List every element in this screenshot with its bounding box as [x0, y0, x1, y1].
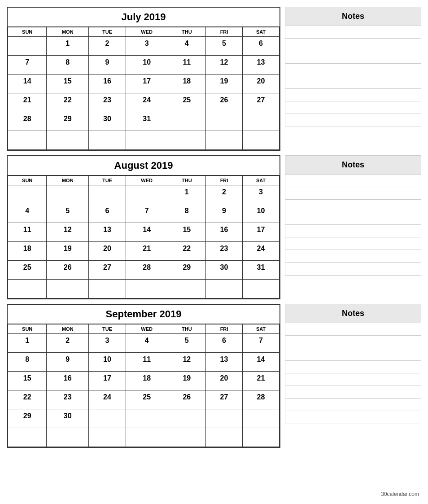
day-cell-2-0-1: 2: [47, 334, 89, 353]
day-cell-1-2-1: 12: [47, 223, 89, 242]
day-cell-2-0-0: 1: [8, 334, 47, 353]
footer: 30calendar.com: [7, 489, 421, 497]
notes-line-2-4[interactable]: [285, 373, 421, 386]
day-cell-1-5-0: [8, 280, 47, 298]
day-header-FRI: FRI: [206, 27, 243, 37]
day-cell-1-3-1: 19: [47, 242, 89, 261]
day-cell-1-4-6: 31: [242, 261, 279, 280]
day-cell-1-2-6: 17: [242, 223, 279, 242]
day-cell-1-1-5: 9: [206, 204, 243, 223]
notes-line-2-1[interactable]: [285, 336, 421, 348]
day-cell-0-1-6: 13: [242, 56, 279, 75]
day-cell-0-0-1: 1: [47, 37, 89, 56]
day-header-TUE: TUE: [89, 176, 126, 185]
day-cell-1-4-4: 29: [168, 261, 205, 280]
day-cell-1-4-0: 25: [8, 261, 47, 280]
notes-line-1-6[interactable]: [285, 250, 421, 263]
day-cell-0-1-1: 8: [47, 56, 89, 75]
week-row-2-2: 15161718192021: [8, 372, 280, 390]
notes-line-0-6[interactable]: [285, 101, 421, 114]
notes-line-2-7[interactable]: [285, 411, 421, 424]
day-cell-0-2-0: 14: [8, 75, 47, 93]
notes-line-1-0[interactable]: [285, 175, 421, 187]
day-cell-2-3-6: 28: [242, 390, 279, 409]
day-cell-0-2-3: 17: [126, 75, 168, 93]
notes-line-2-3[interactable]: [285, 361, 421, 373]
week-row-2-0: 1234567: [8, 334, 280, 353]
notes-line-0-1[interactable]: [285, 39, 421, 51]
day-cell-0-5-2: [89, 131, 126, 150]
notes-line-2-5[interactable]: [285, 386, 421, 399]
notes-line-2-2[interactable]: [285, 348, 421, 361]
day-cell-1-1-3: 7: [126, 204, 168, 223]
notes-line-1-5[interactable]: [285, 237, 421, 250]
day-cell-2-4-3: [126, 409, 168, 428]
day-cell-0-2-4: 18: [168, 75, 205, 93]
week-row-2-3: 22232425262728: [8, 390, 280, 409]
day-cell-1-3-5: 23: [206, 242, 243, 261]
day-cell-2-5-2: [89, 428, 126, 447]
day-cell-2-0-3: 4: [126, 334, 168, 353]
notes-line-0-0[interactable]: [285, 26, 421, 39]
page-wrapper: July 2019SUNMONTUEWEDTHUFRISAT1234567891…: [7, 7, 421, 484]
notes-line-2-6[interactable]: [285, 399, 421, 411]
day-cell-2-4-6: [242, 409, 279, 428]
calendar-table-1: SUNMONTUEWEDTHUFRISAT1234567891011121314…: [8, 175, 280, 298]
notes-line-1-3[interactable]: [285, 212, 421, 225]
day-cell-0-3-3: 24: [126, 93, 168, 112]
day-cell-2-5-4: [168, 428, 205, 447]
day-cell-0-3-1: 22: [47, 93, 89, 112]
notes-line-0-7[interactable]: [285, 114, 421, 127]
day-cell-0-4-6: [242, 112, 279, 131]
notes-header-0: Notes: [285, 7, 421, 26]
day-cell-0-1-4: 11: [168, 56, 205, 75]
day-cell-0-2-5: 19: [206, 75, 243, 93]
day-cell-1-5-3: [126, 280, 168, 298]
day-cell-0-0-2: 2: [89, 37, 126, 56]
day-cell-0-4-5: [206, 112, 243, 131]
day-cell-2-5-6: [242, 428, 279, 447]
day-cell-1-2-3: 14: [126, 223, 168, 242]
day-cell-1-5-1: [47, 280, 89, 298]
day-cell-0-3-2: 23: [89, 93, 126, 112]
day-cell-0-5-0: [8, 131, 47, 150]
week-row-0-2: 14151617181920: [8, 75, 280, 93]
notes-line-1-7[interactable]: [285, 263, 421, 275]
notes-line-0-2[interactable]: [285, 51, 421, 64]
footer-text: 30calendar.com: [381, 491, 419, 497]
notes-line-0-4[interactable]: [285, 76, 421, 89]
day-cell-2-2-0: 15: [8, 372, 47, 390]
notes-line-1-1[interactable]: [285, 187, 421, 200]
day-header-WED: WED: [126, 176, 168, 185]
day-cell-0-0-0: [8, 37, 47, 56]
notes-line-0-3[interactable]: [285, 64, 421, 76]
day-cell-2-2-2: 17: [89, 372, 126, 390]
day-cell-0-4-0: 28: [8, 112, 47, 131]
day-header-TUE: TUE: [89, 324, 126, 334]
day-cell-2-3-1: 23: [47, 390, 89, 409]
calendar-table-0: SUNMONTUEWEDTHUFRISAT1234567891011121314…: [8, 27, 280, 150]
day-cell-0-4-1: 29: [47, 112, 89, 131]
week-row-0-4: 28293031: [8, 112, 280, 131]
day-cell-2-3-4: 26: [168, 390, 205, 409]
day-cell-1-3-6: 24: [242, 242, 279, 261]
week-row-1-0: 123: [8, 185, 280, 204]
day-cell-2-1-6: 14: [242, 353, 279, 372]
calendar-2: September 2019SUNMONTUEWEDTHUFRISAT12345…: [7, 304, 280, 448]
day-cell-1-2-4: 15: [168, 223, 205, 242]
day-cell-2-2-4: 19: [168, 372, 205, 390]
calendar-title-1: August 2019: [8, 156, 280, 175]
day-cell-2-4-0: 29: [8, 409, 47, 428]
notes-line-1-2[interactable]: [285, 200, 421, 212]
day-cell-2-4-2: [89, 409, 126, 428]
day-cell-1-1-4: 8: [168, 204, 205, 223]
week-row-2-4: 2930: [8, 409, 280, 428]
day-cell-1-3-0: 18: [8, 242, 47, 261]
notes-line-2-0[interactable]: [285, 323, 421, 336]
day-cell-0-2-2: 16: [89, 75, 126, 93]
day-cell-2-5-0: [8, 428, 47, 447]
day-cell-2-1-5: 13: [206, 353, 243, 372]
notes-line-0-5[interactable]: [285, 89, 421, 101]
day-cell-1-4-5: 30: [206, 261, 243, 280]
notes-line-1-4[interactable]: [285, 225, 421, 237]
